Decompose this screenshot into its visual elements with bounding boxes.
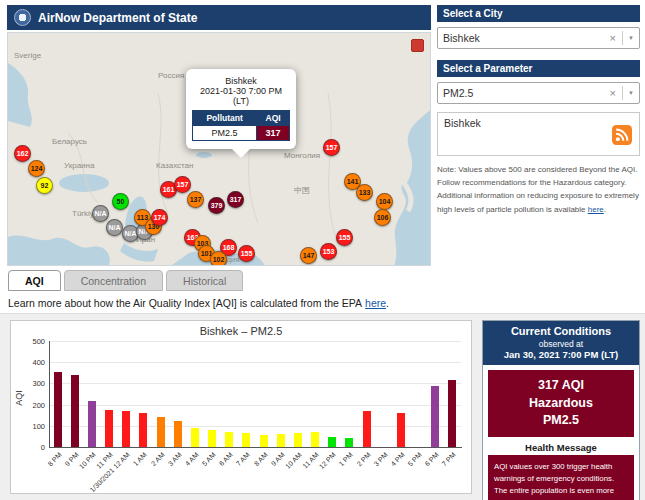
select-divider xyxy=(622,31,623,45)
chart-gridline xyxy=(49,383,461,384)
popup-city: Bishkek xyxy=(192,76,290,86)
chart-bar[interactable] xyxy=(122,411,130,447)
aqi-marker[interactable]: 153 xyxy=(320,243,337,260)
epa-link[interactable]: here xyxy=(365,297,386,309)
aqi-value-line: 317 AQI xyxy=(492,377,630,395)
city-caret-down-icon[interactable]: ▼ xyxy=(625,35,634,41)
note-period: . xyxy=(604,205,606,214)
select-divider xyxy=(622,86,623,100)
aqi-marker[interactable]: 137 xyxy=(187,191,204,208)
learn-more-line: Learn more about how the Air Quality Ind… xyxy=(8,297,389,309)
chart-bar[interactable] xyxy=(345,438,353,447)
parameter-select-value: PM2.5 xyxy=(443,87,606,99)
parameter-caret-down-icon[interactable]: ▼ xyxy=(625,90,634,96)
aqi-marker[interactable]: 157 xyxy=(174,176,191,193)
chart-bar[interactable] xyxy=(242,433,250,447)
department-of-state-seal-icon xyxy=(14,9,31,26)
chart-bar[interactable] xyxy=(191,428,199,447)
chart-bar[interactable] xyxy=(174,421,182,447)
chart-bar[interactable] xyxy=(225,432,233,447)
chart-bar[interactable] xyxy=(208,430,216,447)
map-region-label: Украина xyxy=(64,161,94,170)
city-select[interactable]: Bishkek × ▼ xyxy=(437,27,640,49)
aqi-category-line: Hazardous xyxy=(492,395,630,413)
aqi-marker[interactable]: 92 xyxy=(36,177,53,194)
current-conditions-panel: Current Conditions observed at Jan 30, 2… xyxy=(482,320,640,500)
feed-box: Bishkek xyxy=(437,112,640,156)
chart-x-axis xyxy=(49,447,462,448)
aqi-map[interactable]: SverigeРоссияБеларусьУкраинаКазахстанМон… xyxy=(7,32,431,266)
note-here-link[interactable]: here xyxy=(588,205,604,214)
aqi-marker[interactable]: 317 xyxy=(227,191,244,208)
aqi-summary-box: 317 AQI Hazardous PM2.5 xyxy=(488,370,634,437)
aqi-marker[interactable]: 162 xyxy=(14,145,31,162)
learn-more-period: . xyxy=(386,297,389,309)
chart-y-axis xyxy=(49,341,50,448)
chart-bar[interactable] xyxy=(88,401,96,447)
chart-bar[interactable] xyxy=(277,434,285,447)
rss-feed-icon[interactable] xyxy=(612,125,632,145)
chart-bar[interactable] xyxy=(294,433,302,447)
chart-bar[interactable] xyxy=(157,417,165,447)
chart-bar[interactable] xyxy=(363,411,371,447)
tab-aqi[interactable]: AQI xyxy=(8,270,61,291)
app-header: AirNow Department of State xyxy=(7,5,431,30)
observed-at-label: observed at xyxy=(487,339,635,349)
health-message-text: AQI values over 300 trigger health warni… xyxy=(488,455,634,500)
chart-y-tick-label: 500 xyxy=(13,337,45,346)
chart-y-tick-label: 400 xyxy=(13,358,45,367)
feed-city-label: Bishkek xyxy=(444,117,481,129)
parameter-clear-icon[interactable]: × xyxy=(606,87,620,99)
aqi-pollutant-line: PM2.5 xyxy=(492,412,630,430)
select-parameter-header: Select a Parameter xyxy=(437,60,640,77)
parameter-select[interactable]: PM2.5 × ▼ xyxy=(437,82,640,104)
map-region-label: Монголия xyxy=(284,151,320,160)
aqi-marker[interactable]: N/A xyxy=(106,219,123,236)
chart-gridline xyxy=(49,362,461,363)
observed-at-value: Jan 30, 2021 7:00 PM (LT) xyxy=(487,349,635,360)
popup-aqi-value: 317 xyxy=(257,126,290,141)
aqi-marker[interactable]: 379 xyxy=(208,197,225,214)
map-region-label: Россия xyxy=(158,71,184,80)
tab-concentration[interactable]: Concentration xyxy=(64,270,163,291)
app-title: AirNow Department of State xyxy=(38,11,197,25)
chart-bar[interactable] xyxy=(71,375,79,447)
chart-bar[interactable] xyxy=(139,413,147,447)
chart-bar[interactable] xyxy=(54,372,62,447)
popup-col-pollutant: Pollutant xyxy=(193,111,257,126)
map-region-label: Казахстан xyxy=(156,161,194,170)
aqi-marker[interactable]: 124 xyxy=(28,160,45,177)
aqi-marker[interactable]: 157 xyxy=(323,139,340,156)
chart-y-tick-label: 0 xyxy=(13,443,45,452)
aqi-marker[interactable]: 155 xyxy=(336,229,353,246)
aqi-marker[interactable]: 147 xyxy=(300,247,317,264)
aqi-marker[interactable]: 102 xyxy=(210,251,227,266)
chart-y-tick-label: 100 xyxy=(13,422,45,431)
aqi-marker[interactable]: 106 xyxy=(374,209,391,226)
city-clear-icon[interactable]: × xyxy=(606,32,620,44)
chart-bar[interactable] xyxy=(105,410,113,447)
aqi-marker[interactable]: 133 xyxy=(356,184,373,201)
current-conditions-title: Current Conditions xyxy=(487,325,635,337)
chart-bar[interactable] xyxy=(397,413,405,447)
aqi-chart: Bishkek – PM2.5 AQI 01002003004005008 PM… xyxy=(10,320,472,494)
aqi-marker[interactable]: 104 xyxy=(376,193,393,210)
aqi-marker[interactable]: 155 xyxy=(238,245,255,262)
map-base-layer xyxy=(8,33,431,266)
chart-y-tick-label: 300 xyxy=(13,379,45,388)
aqi-marker[interactable]: 174 xyxy=(151,209,168,226)
aqi-marker[interactable]: N/A xyxy=(92,205,109,222)
chart-bar[interactable] xyxy=(260,435,268,447)
chart-bar[interactable] xyxy=(311,432,319,447)
tab-historical[interactable]: Historical xyxy=(166,270,243,291)
aqi-marker[interactable]: 50 xyxy=(112,193,129,210)
map-close-button[interactable] xyxy=(411,39,424,52)
popup-timezone: (LT) xyxy=(192,96,290,106)
select-city-header: Select a City xyxy=(437,5,640,22)
chart-bar[interactable] xyxy=(431,386,439,447)
popup-col-aqi: AQI xyxy=(257,111,290,126)
map-region-label: 中国 xyxy=(294,185,310,196)
chart-bar[interactable] xyxy=(328,437,336,447)
chart-bar[interactable] xyxy=(448,380,456,447)
map-region-label: Беларусь xyxy=(52,137,87,146)
